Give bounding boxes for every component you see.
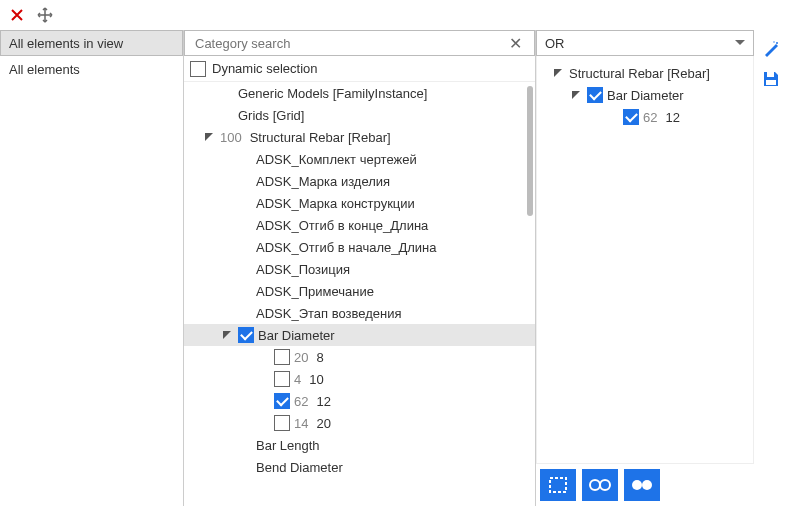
tree-item-label: ADSK_Примечание <box>256 284 374 299</box>
tree-row[interactable]: 208 <box>184 346 535 368</box>
tree-row[interactable]: ADSK_Марка конструкции <box>184 192 535 214</box>
chevron-down-icon <box>735 40 745 46</box>
count-label: 20 <box>294 350 308 365</box>
checkbox[interactable] <box>274 415 290 431</box>
tree-row[interactable]: Structural Rebar [Rebar] <box>541 62 749 84</box>
hide-button[interactable] <box>624 469 660 501</box>
tree-item-label: ADSK_Комплект чертежей <box>256 152 417 167</box>
tree-row[interactable]: ADSK_Отгиб в конце_Длина <box>184 214 535 236</box>
tree-row[interactable]: Grids [Grid] <box>184 104 535 126</box>
isolate-button[interactable] <box>582 469 618 501</box>
scope-item[interactable]: All elements <box>0 56 183 82</box>
tree-item-label: Bar Diameter <box>258 328 335 343</box>
tree-item-label: Structural Rebar [Rebar] <box>250 130 391 145</box>
category-search-input[interactable] <box>193 35 505 52</box>
tree-item-label: ADSK_Марка изделия <box>256 174 390 189</box>
scope-header[interactable]: All elements in view <box>0 30 183 56</box>
scope-item-label: All elements <box>9 62 80 77</box>
side-toolbar <box>754 30 788 506</box>
tree-item-label: Grids [Grid] <box>238 108 304 123</box>
tree-item-label: 8 <box>316 350 323 365</box>
tree-item-label: Bar Length <box>256 438 320 453</box>
tree-item-label: 12 <box>316 394 330 409</box>
checkbox[interactable] <box>274 349 290 365</box>
save-icon[interactable] <box>762 70 780 88</box>
tree-row[interactable]: 410 <box>184 368 535 390</box>
tree-row[interactable]: ADSK_Примечание <box>184 280 535 302</box>
svg-rect-8 <box>766 80 776 85</box>
category-panel: ✕ Dynamic selection Generic Models [Fami… <box>184 30 536 506</box>
tree-row[interactable]: 1420 <box>184 412 535 434</box>
dynamic-selection-checkbox[interactable] <box>190 61 206 77</box>
svg-point-3 <box>632 480 642 490</box>
select-button[interactable] <box>540 469 576 501</box>
count-label: 100 <box>220 130 242 145</box>
count-label: 62 <box>643 110 657 125</box>
tree-row[interactable]: Bar Diameter <box>541 84 749 106</box>
dynamic-selection-label: Dynamic selection <box>212 61 318 76</box>
count-label: 62 <box>294 394 308 409</box>
tree-row[interactable]: ADSK_Комплект чертежей <box>184 148 535 170</box>
logic-dropdown[interactable]: OR <box>536 30 754 56</box>
filter-panel: OR Structural Rebar [Rebar]Bar Diameter6… <box>536 30 754 506</box>
tree-row[interactable]: Bar Diameter <box>184 324 535 346</box>
tree-row[interactable]: Bend Diameter <box>184 456 535 478</box>
tree-item-label: ADSK_Марка конструкции <box>256 196 415 211</box>
tree-row[interactable]: ADSK_Этап возведения <box>184 302 535 324</box>
tree-item-label: Structural Rebar [Rebar] <box>569 66 710 81</box>
expander-icon[interactable] <box>220 328 234 342</box>
expander-icon[interactable] <box>551 66 565 80</box>
tree-item-label: 10 <box>309 372 323 387</box>
tree-item-label: Bend Diameter <box>256 460 343 475</box>
tree-row[interactable]: 6212 <box>184 390 535 412</box>
tree-item-label: 12 <box>665 110 679 125</box>
tree-item-label: Bar Diameter <box>607 88 684 103</box>
expander-icon[interactable] <box>202 130 216 144</box>
tree-row[interactable]: Generic Models [FamilyInstance] <box>184 82 535 104</box>
checkbox[interactable] <box>623 109 639 125</box>
filter-tree: Structural Rebar [Rebar]Bar Diameter6212 <box>536 56 754 464</box>
logic-dropdown-value: OR <box>545 36 565 51</box>
tree-item-label: ADSK_Отгиб в начале_Длина <box>256 240 437 255</box>
tree-item-label: ADSK_Этап возведения <box>256 306 401 321</box>
scope-header-label: All elements in view <box>9 36 123 51</box>
category-tree: Generic Models [FamilyInstance]Grids [Gr… <box>184 82 535 506</box>
expander-icon[interactable] <box>569 88 583 102</box>
tree-row[interactable]: ADSK_Марка изделия <box>184 170 535 192</box>
move-icon[interactable] <box>36 6 54 24</box>
tree-row[interactable]: ADSK_Позиция <box>184 258 535 280</box>
svg-point-6 <box>773 41 774 42</box>
checkbox[interactable] <box>274 393 290 409</box>
checkbox[interactable] <box>587 87 603 103</box>
scope-panel: All elements in view All elements <box>0 30 184 506</box>
clear-search-icon[interactable]: ✕ <box>505 34 526 53</box>
action-row <box>536 464 754 506</box>
svg-rect-0 <box>550 478 566 492</box>
search-row: ✕ <box>184 30 535 56</box>
dynamic-selection-row[interactable]: Dynamic selection <box>184 56 535 82</box>
scrollbar-thumb[interactable] <box>527 86 533 216</box>
count-label: 4 <box>294 372 301 387</box>
count-label: 14 <box>294 416 308 431</box>
svg-rect-7 <box>767 72 774 77</box>
tree-item-label: ADSK_Отгиб в конце_Длина <box>256 218 428 233</box>
tree-row[interactable]: Bar Length <box>184 434 535 456</box>
tree-item-label: Generic Models [FamilyInstance] <box>238 86 427 101</box>
svg-point-5 <box>776 42 778 44</box>
tree-item-label: ADSK_Позиция <box>256 262 350 277</box>
checkbox[interactable] <box>238 327 254 343</box>
checkbox[interactable] <box>274 371 290 387</box>
tree-row[interactable]: 6212 <box>541 106 749 128</box>
tree-row[interactable]: 100Structural Rebar [Rebar] <box>184 126 535 148</box>
svg-point-1 <box>590 480 600 490</box>
close-icon[interactable] <box>8 6 26 24</box>
svg-point-4 <box>642 480 652 490</box>
brush-icon[interactable] <box>762 40 780 58</box>
tree-item-label: 20 <box>316 416 330 431</box>
svg-point-2 <box>600 480 610 490</box>
tree-row[interactable]: ADSK_Отгиб в начале_Длина <box>184 236 535 258</box>
